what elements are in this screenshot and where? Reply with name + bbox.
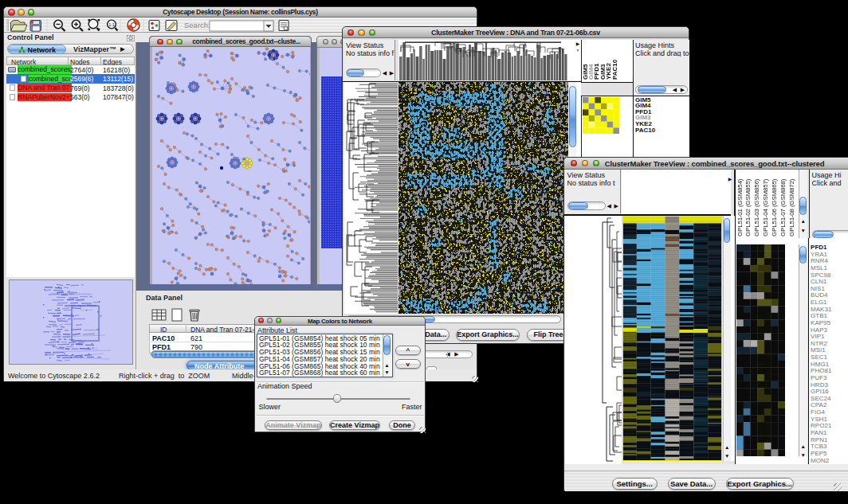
svg-text:1:1: 1:1 xyxy=(108,22,115,27)
svg-text:Search:: Search: xyxy=(184,21,210,29)
